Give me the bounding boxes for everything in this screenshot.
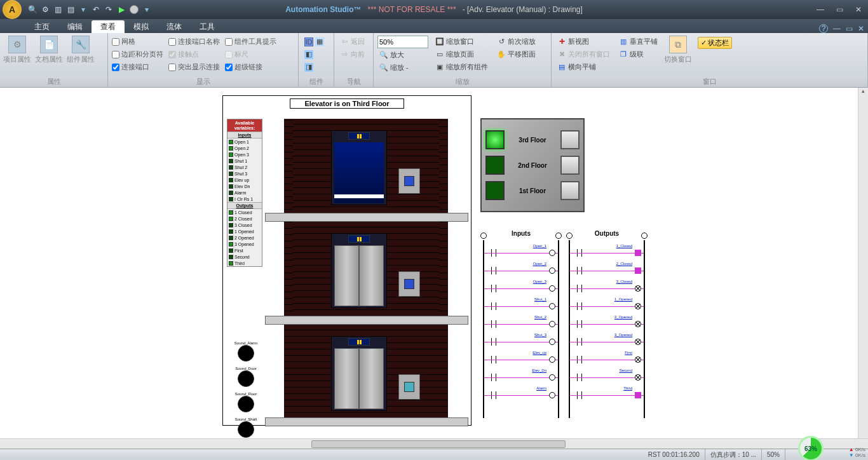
nav-fwd-button[interactable]: ⇨向前 bbox=[338, 48, 367, 60]
mdi-close-icon[interactable]: ✕ bbox=[858, 24, 864, 33]
status-rst: RST 00:01:16.200 bbox=[643, 449, 705, 460]
comp-props-button[interactable]: 🔧组件属性 bbox=[66, 34, 95, 65]
var-row: Third bbox=[227, 260, 262, 266]
variables-panel: Available variables: Inputs Open 1Open 2… bbox=[227, 119, 262, 267]
show-check-网格[interactable]: 网格 bbox=[112, 36, 163, 48]
doc-props-button[interactable]: 📄文档属性 bbox=[34, 34, 64, 65]
page-title: Elevator is on Third Floor bbox=[290, 98, 404, 109]
canvas-area[interactable]: Elevator is on Third Floor Available var… bbox=[0, 88, 868, 449]
ribbon-group-show: 网格边距和分页符连接端口 连接端口名称接触点突出显示连接 组件工具提示标尺超级链… bbox=[108, 33, 299, 87]
maximize-icon[interactable]: ▭ bbox=[830, 1, 849, 18]
rung-Open_2: Open_2 bbox=[484, 262, 558, 277]
app-logo[interactable]: A bbox=[3, 0, 22, 19]
var-row: I Clr Rs 1 bbox=[227, 196, 262, 202]
tab-home[interactable]: 主页 bbox=[25, 20, 58, 33]
tab-view[interactable]: 查看 bbox=[92, 20, 125, 33]
floor-slab bbox=[265, 213, 468, 222]
close-all-button[interactable]: ✖关闭所有窗口 bbox=[555, 48, 612, 60]
rung-Shut_3: Shut_3 bbox=[484, 333, 558, 348]
mdi-minimize-icon[interactable]: — bbox=[833, 24, 841, 33]
show-check-边距和分页符[interactable]: 边距和分页符 bbox=[112, 48, 163, 60]
floor-1-button[interactable] bbox=[560, 181, 580, 200]
horizontal-scrollbar[interactable] bbox=[0, 438, 868, 449]
window-buttons: — ▭ ✕ bbox=[811, 1, 868, 18]
show-check-连接端口名称[interactable]: 连接端口名称 bbox=[168, 36, 220, 48]
qat-search-icon[interactable]: 🔍 bbox=[27, 4, 38, 15]
zoom-window-button[interactable]: 🔲缩放窗口 bbox=[433, 36, 490, 48]
qat-redo-icon[interactable]: ↷ bbox=[103, 4, 114, 15]
status-step: 仿真步调：10 ... bbox=[705, 449, 762, 460]
show-check-连接端口[interactable]: 连接端口 bbox=[112, 61, 163, 73]
var-row: Open 3 bbox=[227, 151, 262, 158]
floor-2-button[interactable] bbox=[560, 156, 580, 175]
zoom-select[interactable] bbox=[377, 36, 428, 48]
rung-First: First bbox=[570, 351, 644, 366]
zoom-prev-button[interactable]: ↺前次缩放 bbox=[495, 36, 538, 48]
rung-Open_3: Open_3 bbox=[484, 280, 558, 295]
floor-slab bbox=[265, 316, 468, 325]
sound-Sound_Shaft: Sound_Shaft bbox=[232, 417, 260, 438]
status-bar-toggle[interactable]: ✓状态栏 bbox=[698, 37, 732, 49]
zoom-in-button[interactable]: 🔍放大 bbox=[377, 49, 428, 61]
cascade-button[interactable]: ❐级联 bbox=[617, 48, 660, 60]
ribbon-group-zoom: 🔍放大 🔍缩放 - 🔲缩放窗口 ▭缩放页面 ▣缩放所有组件 ↺前次缩放 ✋平移图… bbox=[374, 33, 552, 87]
var-row: Second bbox=[227, 254, 262, 260]
tab-sim[interactable]: 模拟 bbox=[125, 20, 158, 33]
tab-fluid[interactable]: 流体 bbox=[158, 20, 191, 33]
mdi-restore-icon[interactable]: ▭ bbox=[846, 24, 853, 33]
rate-display: ▲ 0K/s ▼ 0K/s bbox=[849, 447, 865, 459]
comp-btn-2[interactable]: ◧ bbox=[302, 48, 326, 60]
show-check-突出显示连接[interactable]: 突出显示连接 bbox=[168, 61, 220, 73]
var-row: Shut 3 bbox=[227, 170, 262, 177]
floor-3-button[interactable] bbox=[560, 130, 580, 149]
status-bar: RST 00:01:16.200 仿真步调：10 ... 50% bbox=[0, 449, 868, 460]
help-icon[interactable]: ? bbox=[819, 24, 828, 33]
stop-icon[interactable] bbox=[128, 4, 140, 15]
floor-slab bbox=[265, 417, 468, 426]
comp-btn-1[interactable]: ID ▦ bbox=[302, 36, 326, 48]
show-check-接触点[interactable]: 接触点 bbox=[168, 48, 220, 60]
comp-btn-3[interactable]: ◨ bbox=[302, 61, 326, 73]
close-icon[interactable]: ✕ bbox=[849, 1, 868, 18]
cpu-gauge: 63% bbox=[798, 436, 824, 460]
project-props-button[interactable]: ⚙项目属性 bbox=[3, 34, 32, 65]
play-icon[interactable]: ▶ bbox=[116, 4, 127, 15]
show-check-标尺[interactable]: 标尺 bbox=[225, 48, 276, 60]
vertical-scrollbar[interactable] bbox=[858, 88, 868, 449]
minimize-icon[interactable]: — bbox=[811, 1, 830, 18]
qat-settings-icon[interactable]: ⚙ bbox=[39, 4, 51, 15]
show-check-组件工具提示[interactable]: 组件工具提示 bbox=[225, 36, 276, 48]
zoom-all-button[interactable]: ▣缩放所有组件 bbox=[433, 61, 490, 73]
var-row: Shut 1 bbox=[227, 158, 262, 164]
sound-Sound_Alarm: Sound_Alarm bbox=[232, 341, 260, 362]
ribbon-group-properties: ⚙项目属性 📄文档属性 🔧组件属性 属性 bbox=[0, 33, 108, 87]
qat-dropdown-icon[interactable]: ▾ bbox=[78, 4, 89, 15]
qat-icon[interactable]: ▤ bbox=[65, 4, 76, 15]
rung-Second: Second bbox=[570, 369, 644, 384]
call-panel-1[interactable] bbox=[398, 374, 420, 400]
rung-Shut_1: Shut_1 bbox=[484, 297, 558, 313]
new-view-button[interactable]: ✚新视图 bbox=[555, 36, 612, 48]
var-row: Open 2 bbox=[227, 145, 262, 151]
call-panel-2[interactable] bbox=[398, 271, 420, 297]
floor-indicator-icon bbox=[348, 132, 370, 140]
qat-more-icon[interactable]: ▾ bbox=[141, 4, 153, 15]
rung-1_Closed: 1_Closed bbox=[570, 244, 644, 259]
tab-edit[interactable]: 编辑 bbox=[58, 20, 92, 33]
var-row: 1 Closed bbox=[227, 209, 262, 215]
call-panel-3[interactable] bbox=[398, 168, 420, 194]
zoom-out-button[interactable]: 🔍缩放 - bbox=[377, 62, 428, 74]
qat-icon[interactable]: ▥ bbox=[52, 4, 64, 15]
nav-back-button[interactable]: ⇦返回 bbox=[338, 36, 367, 48]
zoom-page-button[interactable]: ▭缩放页面 bbox=[433, 48, 490, 60]
htile-button[interactable]: ▤横向平铺 bbox=[555, 61, 612, 73]
status-zoom: 50% bbox=[762, 449, 785, 460]
pan-button[interactable]: ✋平移图面 bbox=[495, 48, 538, 60]
var-row: Open 1 bbox=[227, 139, 262, 145]
qat-undo-icon[interactable]: ↶ bbox=[90, 4, 102, 15]
switch-window-button[interactable]: ⧉切换窗口 bbox=[663, 34, 693, 65]
elevator-building bbox=[268, 119, 466, 423]
tab-tools[interactable]: 工具 bbox=[191, 20, 224, 33]
show-check-超级链接[interactable]: 超级链接 bbox=[225, 61, 276, 73]
vtile-button[interactable]: ▥垂直平铺 bbox=[617, 36, 660, 48]
